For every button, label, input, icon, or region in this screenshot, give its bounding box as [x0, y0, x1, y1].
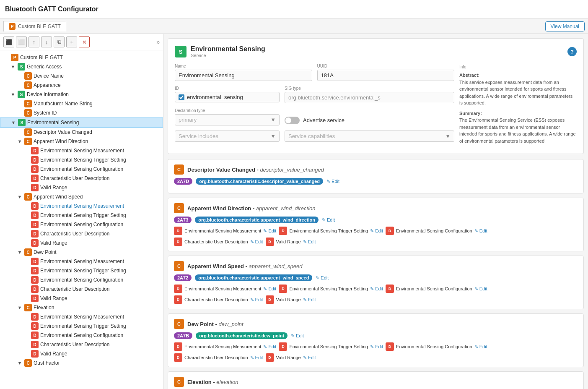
toolbar-btn-add[interactable]: ＋: [66, 37, 77, 47]
tree-item-generic-access[interactable]: ▼SGeneric Access: [0, 62, 163, 71]
desc-badge-dew-point-4: D: [266, 353, 274, 362]
edit-link-dew-point[interactable]: Edit: [291, 333, 304, 339]
toolbar: ⬛ ⬜ ↑ ↓ ⧉ ＋ ✕ »: [0, 34, 163, 50]
tree-item-char-user-desc3[interactable]: DCharacteristic User Description: [0, 285, 163, 294]
descriptor-grid-apparent-wind-speed: DEnvironmental Sensing MeasurementEditDE…: [174, 285, 578, 304]
tree-item-apparent-wind-direction[interactable]: ▼CApparent Wind Direction: [0, 137, 163, 146]
tree-item-env-sensing-trigger3[interactable]: DEnvironmental Sensing Trigger Setting: [0, 266, 163, 275]
toolbar-btn-copy[interactable]: ⧉: [54, 37, 65, 47]
tree-item-env-sensing-trigger4[interactable]: DEnvironmental Sensing Trigger Setting: [0, 321, 163, 331]
service-includes-select[interactable]: Service includes ▼: [175, 131, 280, 142]
tree-item-env-sensing-config1[interactable]: DEnvironmental Sensing Configuration: [0, 164, 163, 174]
tree-item-custom-ble-gatt[interactable]: PCustom BLE GATT: [0, 53, 163, 62]
tree-item-env-sensing-trigger2[interactable]: DEnvironmental Sensing Trigger Setting: [0, 211, 163, 220]
tree-badge-valid-range3: D: [31, 295, 39, 302]
view-manual-button[interactable]: View Manual: [545, 21, 585, 31]
desc-label-dew-point-3: Characteristic User Description: [184, 355, 248, 360]
sig-type-input[interactable]: [285, 92, 454, 103]
declaration-value: primary: [179, 117, 197, 123]
tree-item-descriptor-value-changed[interactable]: CDescriptor Value Changed: [0, 128, 163, 137]
id-field-group: ID environmental_sensing: [175, 86, 280, 103]
tree-item-dew-point[interactable]: ▼CDew Point: [0, 248, 163, 257]
uuid-input[interactable]: [317, 70, 455, 81]
tree-arrow-apparent-wind-direction[interactable]: ▼: [17, 139, 23, 144]
desc-edit-link-dew-point-4[interactable]: Edit: [303, 355, 316, 360]
tree-item-char-user-desc4[interactable]: DCharacteristic User Description: [0, 340, 163, 349]
tree-arrow-environmental-sensing[interactable]: ▼: [10, 120, 16, 125]
service-capabilities-select[interactable]: Service capabilities ▼: [285, 131, 454, 142]
tree-item-manufacturer-name[interactable]: CManufacturer Name String: [0, 99, 163, 108]
tree-item-valid-range2[interactable]: DValid Range: [0, 238, 163, 248]
toolbar-btn-down[interactable]: ↓: [41, 37, 52, 47]
tree-arrow-dew-point[interactable]: ▼: [17, 250, 23, 255]
tree-item-system-id[interactable]: CSystem ID: [0, 108, 163, 117]
tree-item-char-user-desc1[interactable]: DCharacteristic User Description: [0, 174, 163, 183]
tree-label-env-sensing-measurement1: Environmental Sensing Measurement: [40, 148, 124, 154]
tab-custom-ble-gatt[interactable]: P Custom BLE GATT: [3, 21, 66, 31]
tree-item-valid-range3[interactable]: DValid Range: [0, 294, 163, 303]
desc-edit-link-dew-point-2[interactable]: Edit: [474, 344, 487, 350]
desc-label-apparent-wind-direction-3: Characteristic User Description: [184, 239, 248, 244]
tree-arrow-elevation[interactable]: ▼: [17, 305, 23, 310]
tree-arrow-generic-access[interactable]: ▼: [10, 64, 16, 69]
tree-item-valid-range1[interactable]: DValid Range: [0, 183, 163, 192]
tree-item-gust-factor[interactable]: ▼CGust Factor: [0, 358, 163, 368]
desc-edit-link-dew-point-0[interactable]: Edit: [263, 344, 276, 350]
desc-edit-link-apparent-wind-speed-3[interactable]: Edit: [250, 297, 263, 303]
tree-arrow-device-information[interactable]: ▼: [10, 92, 16, 97]
toolbar-btn-new[interactable]: ⬜: [16, 37, 27, 47]
tree-label-env-sensing-config4: Environmental Sensing Configuration: [40, 332, 123, 338]
tree-item-device-name[interactable]: CDevice Name: [0, 71, 163, 81]
desc-edit-link-apparent-wind-speed-0[interactable]: Edit: [263, 286, 276, 292]
toolbar-btn-save[interactable]: ⬛: [3, 37, 14, 47]
desc-edit-link-apparent-wind-speed-4[interactable]: Edit: [303, 297, 316, 303]
edit-link-descriptor-value-changed[interactable]: Edit: [326, 179, 339, 184]
tree-badge-char-user-desc3: D: [31, 285, 39, 293]
desc-edit-link-dew-point-1[interactable]: Edit: [370, 344, 383, 350]
tree-item-environmental-sensing[interactable]: ▼SEnvironmental Sensing: [0, 117, 163, 128]
tree-item-env-sensing-config2[interactable]: DEnvironmental Sensing Configuration: [0, 220, 163, 229]
desc-edit-link-apparent-wind-direction-3[interactable]: Edit: [250, 239, 263, 245]
tree-arrow-gust-factor[interactable]: ▼: [17, 360, 23, 366]
desc-edit-link-apparent-wind-direction-2[interactable]: Edit: [474, 228, 487, 234]
id-checkbox[interactable]: [179, 94, 184, 100]
desc-edit-link-dew-point-3[interactable]: Edit: [250, 355, 263, 360]
desc-edit-link-apparent-wind-speed-2[interactable]: Edit: [474, 286, 487, 292]
tree-item-valid-range4[interactable]: DValid Range: [0, 349, 163, 358]
tree-item-env-sensing-measurement3[interactable]: DEnvironmental Sensing Measurement: [0, 257, 163, 266]
tree-item-env-sensing-trigger1[interactable]: DEnvironmental Sensing Trigger Setting: [0, 155, 163, 164]
tree-item-env-sensing-measurement1[interactable]: DEnvironmental Sensing Measurement: [0, 146, 163, 155]
desc-edit-link-apparent-wind-direction-1[interactable]: Edit: [370, 228, 383, 234]
tree-label-apparent-wind-direction: Apparent Wind Direction: [34, 138, 88, 144]
toolbar-btn-delete[interactable]: ✕: [79, 37, 90, 47]
tree-item-appearance[interactable]: CAppearance: [0, 81, 163, 90]
edit-link-apparent-wind-speed[interactable]: Edit: [316, 275, 329, 281]
collapse-button[interactable]: »: [156, 39, 160, 45]
tree-item-env-sensing-measurement4[interactable]: DEnvironmental Sensing Measurement: [0, 312, 163, 321]
name-input[interactable]: [175, 70, 312, 81]
tree-item-char-user-desc2[interactable]: DCharacteristic User Description: [0, 229, 163, 238]
desc-edit-link-apparent-wind-direction-0[interactable]: Edit: [263, 228, 276, 234]
tree-item-env-sensing-config3[interactable]: DEnvironmental Sensing Configuration: [0, 275, 163, 285]
char-card-dew-point: CDew Point - dew_point2A7Borg.bluetooth.…: [168, 313, 584, 367]
id-label: ID: [175, 86, 280, 91]
form-row-declaration: Declaration type primary ▼ Advertise ser…: [175, 108, 454, 125]
tree-item-env-sensing-measurement2[interactable]: DEnvironmental Sensing Measurement: [0, 201, 163, 211]
tree-item-elevation[interactable]: ▼CElevation: [0, 303, 163, 312]
desc-edit-link-apparent-wind-speed-1[interactable]: Edit: [370, 286, 383, 292]
desc-badge-apparent-wind-speed-2: D: [386, 285, 394, 293]
tree-badge-valid-range4: D: [31, 350, 39, 358]
desc-label-apparent-wind-speed-2: Environmental Sensing Configuration: [396, 286, 472, 291]
char-header-dew-point: CDew Point - dew_point: [174, 319, 578, 329]
desc-edit-link-apparent-wind-direction-4[interactable]: Edit: [303, 239, 316, 245]
help-icon[interactable]: ?: [567, 47, 577, 56]
toolbar-btn-up[interactable]: ↑: [28, 37, 39, 47]
tree-item-apparent-wind-speed[interactable]: ▼CApparent Wind Speed: [0, 192, 163, 201]
advertise-toggle[interactable]: [285, 117, 300, 124]
edit-link-apparent-wind-direction[interactable]: Edit: [322, 217, 335, 223]
tree-item-device-information[interactable]: ▼SDevice Information: [0, 90, 163, 99]
declaration-select[interactable]: primary ▼: [175, 114, 280, 125]
tree-arrow-apparent-wind-speed[interactable]: ▼: [17, 194, 23, 199]
org-uuid-badge-descriptor-value-changed: org.bluetooth.characteristic.descriptor_…: [196, 178, 323, 185]
tree-item-env-sensing-config4[interactable]: DEnvironmental Sensing Configuration: [0, 331, 163, 340]
